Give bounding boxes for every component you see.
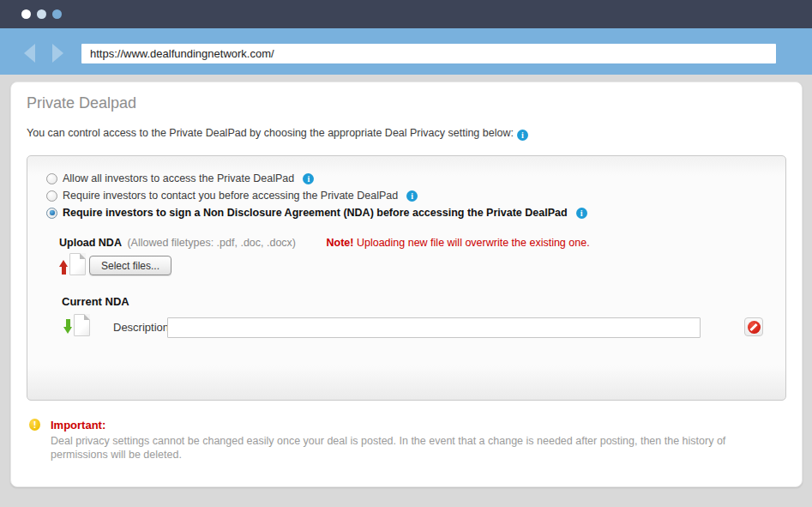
window-titlebar bbox=[0, 0, 812, 28]
intro-text-label: You can control access to the Private De… bbox=[27, 127, 514, 139]
privacy-option-label: Require investors to sign a Non Disclosu… bbox=[63, 207, 568, 219]
info-icon[interactable]: i bbox=[517, 130, 528, 141]
description-input[interactable] bbox=[167, 317, 701, 338]
red-up-arrow-icon bbox=[59, 260, 69, 275]
overwrite-note: Note! Uploading new file will overwrite … bbox=[327, 237, 590, 249]
upload-file-icon bbox=[59, 253, 88, 279]
privacy-option-label: Require investors to contact you before … bbox=[63, 190, 398, 202]
privacy-option-require-nda[interactable]: Require investors to sign a Non Disclosu… bbox=[46, 206, 587, 220]
window-dot-maximize[interactable] bbox=[52, 9, 62, 19]
info-icon[interactable]: i bbox=[406, 190, 418, 202]
paper-icon bbox=[74, 314, 90, 336]
radio-unselected-icon[interactable] bbox=[46, 190, 57, 202]
intro-text: You can control access to the Private De… bbox=[27, 127, 528, 141]
current-nda-heading: Current NDA bbox=[62, 295, 129, 308]
privacy-option-allow-all[interactable]: Allow all investors to access the Privat… bbox=[46, 172, 314, 185]
info-icon[interactable]: i bbox=[576, 208, 587, 219]
radio-selected-icon[interactable] bbox=[46, 208, 57, 219]
radio-unselected-icon[interactable] bbox=[46, 173, 57, 184]
select-files-button[interactable]: Select files... bbox=[89, 256, 171, 275]
info-icon[interactable]: i bbox=[303, 173, 314, 184]
note-label: Note! bbox=[327, 237, 354, 249]
paper-icon bbox=[69, 253, 86, 275]
upload-nda-heading: Upload NDA bbox=[59, 237, 122, 249]
url-input[interactable] bbox=[81, 44, 776, 63]
page-title: Private Dealpad bbox=[27, 94, 136, 112]
important-text: Deal privacy settings cannot be changed … bbox=[51, 434, 742, 462]
page-card: Private Dealpad You can control access t… bbox=[10, 81, 803, 487]
allowed-filetypes-text: (Allowed filetypes: .pdf, .doc, .docx) bbox=[127, 237, 296, 249]
privacy-option-label: Allow all investors to access the Privat… bbox=[63, 172, 294, 184]
note-text: Uploading new file will overwrite the ex… bbox=[353, 237, 589, 249]
window-dot-close[interactable] bbox=[21, 9, 31, 19]
warning-icon: ! bbox=[29, 419, 40, 431]
green-down-arrow-icon bbox=[63, 319, 73, 335]
privacy-settings-panel: Allow all investors to access the Privat… bbox=[27, 155, 786, 401]
remove-nda-button[interactable] bbox=[744, 317, 763, 336]
privacy-option-contact-first[interactable]: Require investors to contact you before … bbox=[46, 189, 418, 202]
description-label: Description: bbox=[113, 321, 172, 334]
back-arrow-icon[interactable] bbox=[24, 44, 35, 63]
download-file-icon[interactable] bbox=[63, 314, 93, 340]
upload-nda-line: Upload NDA (Allowed filetypes: .pdf, .do… bbox=[59, 237, 590, 249]
block-icon bbox=[748, 321, 761, 334]
window-dot-minimize[interactable] bbox=[37, 9, 46, 19]
important-heading: Important: bbox=[51, 419, 105, 432]
forward-arrow-icon[interactable] bbox=[52, 44, 63, 63]
